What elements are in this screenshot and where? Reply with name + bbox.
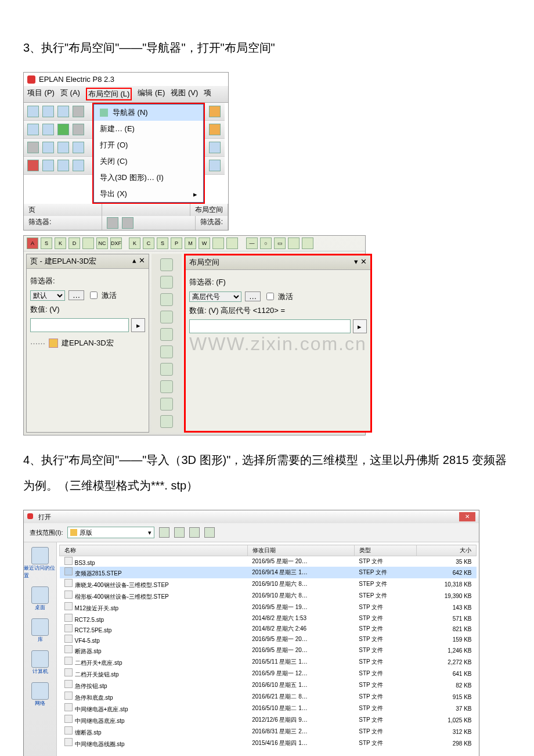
col-date[interactable]: 修改日期 <box>247 545 354 556</box>
table-row[interactable]: 二档开关旋钮.stp2016/5/9 星期一 12…STP 文件641 KB <box>60 668 477 679</box>
nav-grid2-icon[interactable] <box>226 237 238 249</box>
col-type[interactable]: 类型 <box>354 545 416 556</box>
sidebar-network[interactable]: 网络 <box>31 682 49 707</box>
tb-icon-d[interactable] <box>42 142 54 153</box>
tb-open-icon[interactable] <box>42 106 54 117</box>
nav-nc-icon[interactable]: NC <box>96 237 108 249</box>
filter-dots-btn-right[interactable]: … <box>245 291 261 301</box>
tb-a-icon[interactable] <box>27 160 39 171</box>
table-row[interactable]: 康晓龙-400钢丝设备-三维模型.STEP2016/9/10 星期六 8…STE… <box>60 578 477 590</box>
filter-pencil-icon[interactable] <box>107 217 118 229</box>
tb-k-icon[interactable] <box>57 160 69 171</box>
nav-c-icon[interactable]: C <box>143 237 154 249</box>
table-row[interactable]: 二档开关+底座.stp2016/5/11 星期三 1…STP 文件2,272 K… <box>60 656 477 668</box>
menu-page[interactable]: 页 (A) <box>60 88 80 100</box>
nav-sq-icon[interactable]: ▭ <box>274 237 286 249</box>
table-row[interactable]: 中间继电器底座.stp2012/12/6 星期四 9…STP 文件1,025 K… <box>60 714 477 726</box>
activate-checkbox-left[interactable] <box>90 291 98 299</box>
panel-pin-close[interactable]: ▴ ✕ <box>132 256 145 267</box>
nav-m-icon[interactable]: M <box>185 237 196 249</box>
mid-refresh-icon[interactable] <box>160 380 173 393</box>
mid-eye-icon[interactable] <box>160 398 173 411</box>
tb-icon-a[interactable] <box>27 124 39 135</box>
mid-arrow-icon[interactable] <box>160 415 173 428</box>
mid-target-icon[interactable] <box>160 345 173 358</box>
table-row[interactable]: 缠断器.stp2016/8/31 星期三 2…STP 文件312 KB <box>60 726 477 737</box>
dropdown-export[interactable]: 导出 (X) ▸ <box>94 186 203 202</box>
tb-d-icon[interactable] <box>73 160 84 171</box>
tb-s-icon[interactable] <box>42 160 54 171</box>
up-icon[interactable] <box>174 527 185 538</box>
nav-dxf-icon[interactable]: DXF <box>110 237 122 249</box>
tb-arrow-icon[interactable] <box>27 142 39 153</box>
activate-checkbox-right[interactable] <box>266 293 274 300</box>
mid-check-icon[interactable] <box>160 276 173 289</box>
tb-right-2[interactable] <box>209 124 221 135</box>
views-icon[interactable] <box>204 527 215 538</box>
mid-rect-icon[interactable] <box>160 311 173 323</box>
tb-right-1[interactable] <box>209 106 221 117</box>
mid-exit-icon[interactable] <box>160 328 173 341</box>
nav-grid1-icon[interactable] <box>212 237 224 249</box>
dropdown-open[interactable]: 打开 (O) <box>94 137 203 153</box>
sidebar-libraries[interactable]: 库 <box>31 618 49 643</box>
tb-icon-c[interactable] <box>73 124 84 135</box>
table-row[interactable]: 楷形板-400钢丝设备-三维模型.STEP2016/9/10 星期六 8…STE… <box>60 590 477 602</box>
sidebar-recent[interactable]: 最近访问的位置 <box>24 547 56 579</box>
sidebar-computer[interactable]: 计算机 <box>31 650 49 675</box>
mid-pencil-icon[interactable] <box>160 258 173 271</box>
sidebar-desktop[interactable]: 桌面 <box>31 586 49 611</box>
table-row[interactable]: M12接近开关.stp2016/9/5 星期一 19…STP 文件143 KB <box>60 602 477 613</box>
nav-s-icon[interactable]: S <box>41 237 52 249</box>
nav-s2-icon[interactable]: S <box>157 237 168 249</box>
table-row[interactable]: 断路器.stp2016/9/5 星期一 20…STP 文件1,246 KB <box>60 645 477 656</box>
value-input-right[interactable] <box>189 319 351 333</box>
tb-icon-e[interactable] <box>57 142 69 153</box>
menu-edit[interactable]: 编辑 (E) <box>138 88 165 100</box>
nav-blank-icon[interactable] <box>82 237 94 249</box>
tb-save-icon[interactable] <box>57 106 69 117</box>
menu-layout-space[interactable]: 布局空间 (L) <box>86 88 132 100</box>
tb-right-3[interactable] <box>209 142 221 153</box>
menu-project[interactable]: 项目 (P) <box>27 88 55 100</box>
menu-view[interactable]: 视图 (V) <box>171 88 198 100</box>
tb-plus-icon[interactable] <box>57 124 69 135</box>
nav-p-icon[interactable]: P <box>171 237 182 249</box>
filter-check-icon[interactable] <box>122 217 134 229</box>
dropdown-import3d[interactable]: 导入(3D 图形)… (I) <box>94 170 203 186</box>
tb-right-4[interactable] <box>209 160 221 171</box>
nav-k-icon[interactable]: K <box>55 237 66 249</box>
filter-select-right[interactable]: 高层代号 <box>189 291 241 302</box>
table-row[interactable]: BS3.stp2016/9/5 星期一 20…STP 文件35 KB <box>60 556 477 567</box>
table-row[interactable]: RCT2.5.stp2014/8/2 星期六 1:53STP 文件571 KB <box>60 613 477 624</box>
nav-last-icon[interactable] <box>302 237 313 249</box>
filter-dots-btn-left[interactable]: … <box>68 290 84 300</box>
dropdown-new[interactable]: 新建… (E) <box>94 121 203 137</box>
tb-new-icon[interactable] <box>27 106 39 117</box>
table-row[interactable]: 中间继电器+底座.stp2016/5/10 星期二 1…STP 文件37 KB <box>60 703 477 714</box>
nav-w-icon[interactable]: W <box>199 237 210 249</box>
layout-panel-close[interactable]: ▾ ✕ <box>354 257 367 268</box>
tb-print-icon[interactable] <box>73 106 84 117</box>
filter-select-left[interactable]: 默认 <box>30 290 65 301</box>
table-row[interactable]: 变频器2815.STEP2016/9/14 星期三 1…STEP 文件642 K… <box>60 567 477 578</box>
dialog-close-button[interactable]: ✕ <box>459 512 475 521</box>
newfolder-icon[interactable] <box>189 527 200 538</box>
nav-circle-icon[interactable]: ○ <box>260 237 272 249</box>
nav-misc-icon[interactable] <box>288 237 300 249</box>
lookin-combo[interactable]: 原版 ▾ <box>67 527 154 538</box>
mid-circle-icon[interactable] <box>160 363 173 376</box>
col-size[interactable]: 大小 <box>416 545 476 556</box>
value-go-btn-left[interactable]: ▸ <box>131 318 145 332</box>
value-go-btn-right[interactable]: ▸ <box>353 319 367 333</box>
tb-icon-f[interactable] <box>73 142 84 153</box>
col-name[interactable]: 名称 <box>60 545 248 556</box>
back-icon[interactable] <box>159 527 169 538</box>
nav-a-icon[interactable]: A <box>27 237 38 249</box>
nav-k2-icon[interactable]: K <box>129 237 140 249</box>
dropdown-navigator[interactable]: 导航器 (N) <box>94 105 203 121</box>
menu-proj2[interactable]: 项 <box>204 88 211 100</box>
table-row[interactable]: RCT2.5PE.stp2014/8/2 星期六 2:46STP 文件821 K… <box>60 624 477 634</box>
value-input-left[interactable] <box>30 318 129 332</box>
table-row[interactable]: VF4-5.stp2016/9/5 星期一 20…STP 文件159 KB <box>60 634 477 645</box>
